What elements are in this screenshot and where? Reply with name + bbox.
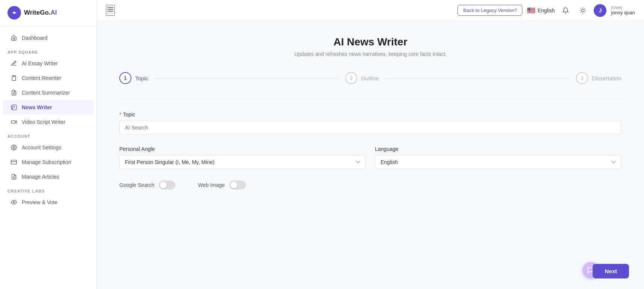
settings-button[interactable]: [576, 4, 589, 17]
logo-icon: [8, 6, 21, 20]
sidebar-item-manage-articles[interactable]: Manage Articles: [3, 170, 93, 184]
credit-card-icon: [11, 159, 17, 166]
svg-line-21: [585, 12, 585, 12]
toggles-row: Google Search Web Image: [119, 181, 621, 190]
pencil-icon: [11, 60, 17, 67]
web-image-slider: [229, 181, 246, 190]
step-2-label: Outline: [361, 75, 379, 81]
header: Back to Legacy Version? 🇺🇸 English: [97, 0, 644, 21]
personal-angle-section: Personal Angle First Person Singular (I,…: [119, 146, 366, 169]
newspaper-icon: [11, 104, 17, 111]
legacy-version-button[interactable]: Back to Legacy Version?: [457, 5, 522, 16]
language-label: Language: [375, 146, 621, 152]
personal-angle-label: Personal Angle: [119, 146, 366, 152]
svg-line-24: [581, 12, 581, 12]
sidebar-item-label: Content Summarizer: [22, 90, 70, 96]
avatar[interactable]: J: [594, 4, 606, 17]
language-select[interactable]: English Spanish French German Chinese: [375, 155, 621, 169]
notifications-button[interactable]: [559, 4, 572, 17]
topic-input[interactable]: [119, 120, 621, 135]
step-3-label: Dissertation: [592, 75, 621, 81]
stepper: 1 Topic 2 Outline 3 Dissertation: [119, 72, 621, 84]
svg-point-13: [13, 202, 15, 203]
eye-icon: [11, 199, 17, 206]
sidebar-item-account-settings[interactable]: Account Settings: [3, 140, 93, 155]
page-content: AI News Writer Updates and refreshes new…: [97, 21, 644, 289]
sidebar-item-label: Manage Articles: [22, 174, 59, 180]
home-icon: [11, 35, 17, 41]
personal-angle-select[interactable]: First Person Singular (I, Me, My, Mine) …: [119, 155, 366, 169]
clipboard-icon: [11, 75, 17, 81]
divider: [119, 99, 621, 99]
google-search-toggle[interactable]: [159, 181, 175, 190]
sidebar-item-label: Video Script Writer: [22, 119, 65, 125]
step-line-1: [154, 78, 339, 78]
video-icon: [11, 119, 17, 125]
sidebar-logo[interactable]: WriteGo.AI: [0, 0, 96, 26]
step-3-circle: 3: [576, 72, 588, 84]
sidebar-item-label: News Writer: [22, 104, 52, 110]
web-image-label: Web Image: [198, 182, 224, 188]
step-1-circle: 1: [119, 72, 131, 84]
file-text-icon: [11, 89, 17, 96]
sidebar-item-content-rewriter[interactable]: Content Rewriter: [3, 71, 93, 85]
step-3: 3 Dissertation: [576, 72, 621, 84]
google-search-slider: [159, 181, 175, 190]
step-1: 1 Topic: [119, 72, 148, 84]
language-selector[interactable]: 🇺🇸 English: [527, 6, 555, 15]
sidebar-item-news-writer[interactable]: News Writer: [3, 100, 93, 114]
web-image-toggle-item: Web Image: [198, 181, 245, 190]
sidebar-item-dashboard[interactable]: Dashboard: [3, 31, 93, 45]
sidebar-section-app: APP SQUARE: [0, 45, 96, 56]
language-section: Language English Spanish French German C…: [375, 146, 621, 169]
sidebar-item-label: Manage Subscription: [22, 159, 71, 165]
main-content: Back to Legacy Version? 🇺🇸 English: [97, 0, 644, 289]
sidebar-item-label: Preview & Vote: [22, 199, 57, 205]
sidebar-item-preview-vote[interactable]: Preview & Vote: [3, 195, 93, 209]
angle-language-row: Personal Angle First Person Singular (I,…: [119, 146, 621, 169]
sidebar-item-label: Content Rewriter: [22, 75, 61, 81]
sidebar-item-label: Dashboard: [22, 35, 48, 41]
topic-field-section: *Topic: [119, 111, 621, 135]
step-2: 2 Outline: [345, 72, 379, 84]
sidebar-item-video-script-writer[interactable]: Video Script Writer: [3, 115, 93, 129]
sidebar-section-creative: CREATIVE LABS: [0, 184, 96, 195]
topic-label: *Topic: [119, 111, 621, 117]
svg-rect-9: [11, 160, 17, 164]
svg-rect-1: [13, 75, 15, 77]
sidebar-navigation: Dashboard APP SQUARE AI Essay Writer Con…: [0, 26, 96, 289]
step-1-label: Topic: [135, 75, 148, 81]
sidebar-item-label: Account Settings: [22, 144, 61, 151]
page-subtitle: Updates and refreshes news narratives, k…: [119, 51, 621, 57]
gear-icon: [11, 144, 17, 151]
svg-point-8: [13, 147, 15, 148]
hamburger-button[interactable]: [106, 5, 115, 16]
svg-line-25: [585, 8, 585, 9]
required-asterisk: *: [119, 111, 121, 117]
username: jonny quan: [611, 10, 635, 15]
svg-line-20: [581, 8, 581, 9]
step-line-2: [385, 78, 570, 78]
step-2-circle: 2: [345, 72, 357, 84]
logo-text: WriteGo.AI: [24, 9, 57, 17]
google-search-label: Google Search: [119, 182, 154, 188]
flag-icon: 🇺🇸: [527, 6, 535, 15]
sidebar: WriteGo.AI Dashboard APP SQUARE AI Essay…: [0, 0, 97, 289]
page-title: AI News Writer: [119, 36, 621, 48]
svg-rect-7: [11, 121, 15, 123]
next-button[interactable]: Next: [593, 264, 629, 278]
sidebar-item-label: AI Essay Writer: [22, 60, 58, 66]
sidebar-section-account: ACCOUNT: [0, 129, 96, 140]
svg-point-17: [582, 9, 585, 12]
google-search-toggle-item: Google Search: [119, 181, 175, 190]
user-info: [User] jonny quan: [611, 5, 635, 15]
web-image-toggle[interactable]: [229, 181, 246, 190]
language-label: English: [537, 8, 555, 14]
sidebar-item-ai-essay-writer[interactable]: AI Essay Writer: [3, 56, 93, 71]
user-role-label: [User]: [611, 5, 635, 10]
sidebar-item-manage-subscription[interactable]: Manage Subscription: [3, 155, 93, 169]
sidebar-item-content-summarizer[interactable]: Content Summarizer: [3, 86, 93, 100]
file-list-icon: [11, 173, 17, 180]
